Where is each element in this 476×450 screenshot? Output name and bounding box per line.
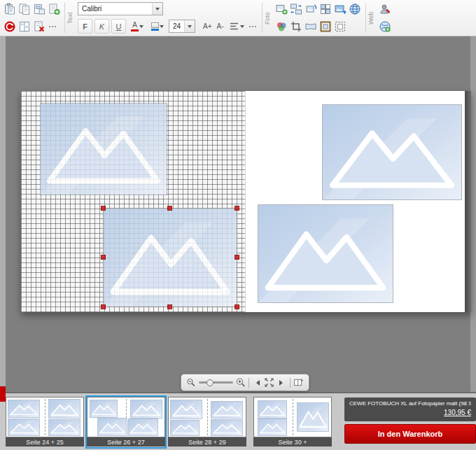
insert-page-icon[interactable] (48, 3, 60, 15)
underline-button[interactable]: U (111, 19, 126, 34)
panorama-icon[interactable] (304, 20, 317, 33)
font-family-select[interactable]: Calibri (78, 2, 163, 15)
zoombar-separator (290, 378, 290, 388)
foto-group (272, 0, 365, 36)
add-to-cart-button[interactable]: In den Warenkorb (344, 424, 476, 444)
price-link[interactable]: 130,95 € (349, 409, 471, 416)
thumbnail-preview (87, 397, 165, 437)
bottom-bar: Seite 24 + 25 Seite 26 + 27 (0, 392, 476, 450)
font-color-icon: A (131, 22, 139, 31)
photobook-editor-window: Text Calibri F K U A (0, 0, 476, 450)
collage-icon[interactable] (319, 3, 332, 15)
web-group (375, 0, 395, 36)
crop-icon[interactable] (290, 20, 302, 33)
right-page[interactable] (245, 91, 465, 312)
zoom-slider-knob[interactable] (206, 379, 214, 386)
text-group: Calibri F K U A (74, 0, 261, 36)
align-icon (229, 21, 239, 31)
fold-line (207, 399, 208, 435)
fill-color-icon (151, 22, 159, 31)
page-layout-icon[interactable] (18, 20, 31, 33)
next-spread-button[interactable] (277, 377, 287, 388)
duplicate-page-icon[interactable] (33, 3, 46, 15)
swap-photos-icon[interactable] (290, 3, 302, 15)
thumbnail-label: Seite 26 + 27 (87, 437, 165, 447)
person-edit-icon[interactable] (379, 3, 391, 15)
frame-icon[interactable] (319, 20, 332, 33)
thumbnail-preview (168, 397, 246, 437)
font-family-value: Calibri (82, 5, 102, 13)
app-badge-icon[interactable] (4, 20, 16, 33)
resize-handle[interactable] (101, 206, 106, 211)
prev-spread-icon (253, 380, 260, 386)
paste-icon[interactable] (4, 3, 16, 15)
fit-view-icon (264, 377, 274, 388)
resize-handle[interactable] (234, 255, 239, 260)
web-section-label: Web (367, 0, 375, 36)
thumbnail-label: Seite 28 + 29 (168, 437, 246, 447)
color-adjust-icon[interactable] (275, 20, 288, 33)
photo-placeholder[interactable] (323, 105, 461, 199)
font-decrease-button[interactable]: A- (216, 22, 225, 30)
zoom-in-icon[interactable] (236, 377, 246, 388)
font-increase-button[interactable]: A+ (202, 22, 214, 30)
fold-line (293, 399, 293, 435)
zoom-out-icon[interactable] (186, 377, 196, 388)
photo-placeholder[interactable] (41, 104, 167, 195)
border-icon[interactable] (334, 20, 346, 33)
product-name: CEWE FOTOBUCH XL auf Fotopapier matt (98… (349, 400, 471, 407)
rotate-photo-icon[interactable] (304, 3, 317, 15)
left-page-grid[interactable] (21, 91, 245, 312)
thumbnail-seite-24-25[interactable]: Seite 24 + 25 (6, 397, 84, 447)
toolbar-separator (262, 3, 262, 33)
prev-spread-button[interactable] (252, 377, 262, 388)
mountain-placeholder-icon (323, 105, 461, 199)
clipboard-group (0, 0, 64, 36)
bold-button[interactable]: F (78, 19, 92, 34)
overflow-icon[interactable] (48, 20, 57, 33)
upload-photo-icon[interactable] (334, 3, 346, 15)
zoom-slider[interactable] (199, 381, 233, 384)
main-toolbar: Text Calibri F K U A (0, 0, 476, 36)
page-thumbnail-strip: Seite 24 + 25 Seite 26 + 27 (0, 393, 335, 450)
mountain-placeholder-icon (41, 104, 167, 195)
font-size-select[interactable]: 24 (169, 20, 195, 33)
thumbnail-seite-26-27[interactable]: Seite 26 + 27 (87, 397, 165, 447)
align-button[interactable] (227, 19, 246, 34)
cart-summary: CEWE FOTOBUCH XL auf Fotopapier matt (98… (344, 398, 476, 421)
resize-handle[interactable] (234, 206, 239, 211)
thumbnail-seite-28-29[interactable]: Seite 28 + 29 (168, 397, 246, 447)
vertical-scrollbar[interactable] (470, 36, 476, 392)
font-size-value: 24 (173, 22, 181, 30)
thumbnail-preview (253, 397, 332, 437)
resize-handle[interactable] (101, 304, 106, 309)
fold-line (126, 399, 127, 435)
resize-handle[interactable] (101, 255, 106, 260)
spread-preview-icon (293, 377, 304, 388)
overflow-icon[interactable] (248, 20, 258, 33)
fold-line (45, 399, 46, 435)
fill-color-button[interactable] (148, 19, 167, 34)
thumbnail-seite-30[interactable]: Seite 30 + (253, 397, 332, 447)
mountain-placeholder-icon (258, 205, 393, 302)
photo-placeholder[interactable] (258, 205, 393, 302)
resize-handle[interactable] (167, 206, 172, 211)
globe-icon[interactable] (349, 3, 361, 15)
fit-view-button[interactable] (264, 377, 274, 388)
toolbar-separator (365, 3, 366, 33)
thumbnail-label: Seite 24 + 25 (6, 437, 84, 447)
italic-button[interactable]: K (94, 19, 109, 34)
resize-handle[interactable] (234, 304, 239, 309)
collapsed-red-panel[interactable] (0, 386, 6, 402)
web-globe-icon[interactable] (379, 20, 391, 33)
resize-handle[interactable] (167, 304, 172, 309)
delete-page-icon[interactable] (33, 20, 46, 33)
copy-page-icon[interactable] (18, 3, 31, 15)
add-photo-icon[interactable] (275, 3, 288, 15)
spread-preview-button[interactable] (293, 377, 304, 388)
text-section-label: Text (66, 0, 74, 36)
left-margin-strip (0, 36, 6, 392)
font-color-button[interactable]: A (128, 19, 146, 34)
canvas-area (0, 36, 476, 392)
selected-photo-placeholder[interactable] (104, 209, 237, 307)
